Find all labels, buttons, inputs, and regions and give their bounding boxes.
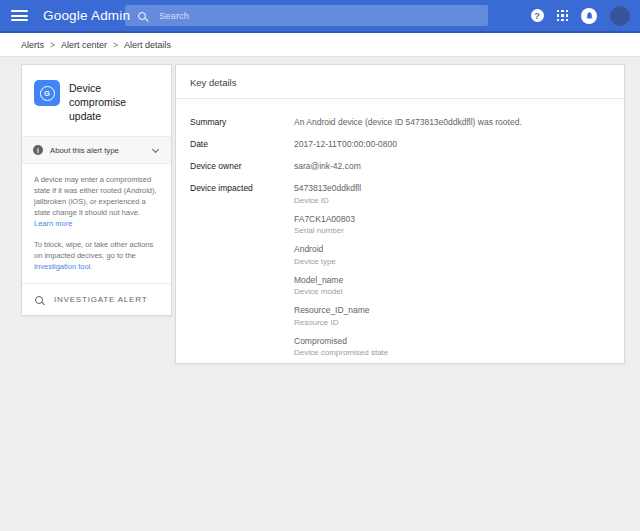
investigate-alert-button[interactable]: INVESTIGATE ALERT <box>22 283 171 315</box>
detail-row-device-impacted: Device impacted 5473813e0ddkdfll Device … <box>190 183 610 366</box>
about-alert-type-label: About this alert type <box>50 146 146 155</box>
breadcrumb-alert-details: Alert details <box>124 40 171 50</box>
avatar[interactable] <box>610 6 630 26</box>
device-attribute: Resource_ID_name Resource ID <box>294 305 610 327</box>
breadcrumb-separator: > <box>113 40 118 50</box>
alert-action-period: . <box>90 262 92 271</box>
detail-row-date: Date 2017-12-11T00:00:00-0800 <box>190 139 610 149</box>
search-input[interactable] <box>159 10 488 21</box>
device-attributes: 5473813e0ddkdfll Device ID FA7CK1A00803 … <box>294 183 610 366</box>
device-attribute: Android Device type <box>294 244 610 266</box>
search-icon <box>35 296 43 304</box>
key-details-title: Key details <box>176 65 624 99</box>
detail-sublabel: Device type <box>294 257 610 266</box>
detail-sublabel: Device model <box>294 287 610 296</box>
detail-sublabel: Device compromised state <box>294 348 610 357</box>
notifications-icon[interactable] <box>581 8 597 24</box>
header-actions: ? <box>531 0 631 31</box>
detail-value: FA7CK1A00803 <box>294 214 610 224</box>
detail-row-device-owner: Device owner sara@ink-42.com <box>190 161 610 171</box>
learn-more-link[interactable]: Learn more <box>34 219 72 228</box>
app-logo: Google Admin <box>43 8 130 23</box>
investigation-tool-link[interactable]: Investigation tool <box>34 262 90 271</box>
alert-summary-card: G Device compromise update i About this … <box>21 64 172 316</box>
device-attribute: Compromised Device compromised state <box>294 336 610 358</box>
alert-description: A device may enter a compromised state i… <box>34 174 159 229</box>
search-icon <box>138 12 146 20</box>
app-header: Google Admin ? <box>0 0 640 33</box>
alert-action-text: To block, wipe, or take other actions on… <box>34 240 153 260</box>
device-attribute: 5473813e0ddkdfll Device ID <box>294 183 610 205</box>
detail-row-summary: Summary An Android device (device ID 547… <box>190 117 610 127</box>
detail-value: 5473813e0ddkdfll <box>294 183 610 193</box>
bell-icon <box>585 11 594 20</box>
detail-label: Summary <box>190 117 294 127</box>
admin-console-page: Google Admin ? Alerts > Alert center > A… <box>0 0 640 531</box>
chevron-down-icon <box>152 145 159 152</box>
info-icon: i <box>33 145 43 155</box>
alert-type-icon: G <box>34 80 60 106</box>
apps-grid-icon[interactable] <box>557 10 569 22</box>
key-details-card: Key details Summary An Android device (d… <box>175 64 625 364</box>
help-icon[interactable]: ? <box>531 9 544 22</box>
breadcrumb-alert-center[interactable]: Alert center <box>61 40 107 50</box>
detail-value: Model_name <box>294 275 610 285</box>
device-attribute: Model_name Device model <box>294 275 610 297</box>
about-alert-type-toggle[interactable]: i About this alert type <box>22 136 171 164</box>
menu-icon[interactable] <box>11 8 28 24</box>
detail-value: Resource_ID_name <box>294 305 610 315</box>
detail-sublabel: Resource ID <box>294 318 610 327</box>
detail-value: 2017-12-11T00:00:00-0800 <box>294 139 397 149</box>
detail-value: An Android device (device ID 5473813e0dd… <box>294 117 522 127</box>
detail-value: Compromised <box>294 336 610 346</box>
detail-value: Android <box>294 244 610 254</box>
breadcrumb: Alerts > Alert center > Alert details <box>0 33 640 57</box>
breadcrumb-alerts[interactable]: Alerts <box>21 40 44 50</box>
alert-icon-letter: G <box>44 89 50 98</box>
alert-card-header: G Device compromise update <box>22 65 171 136</box>
detail-sublabel: Serial number <box>294 226 610 235</box>
content-area: G Device compromise update i About this … <box>0 58 640 531</box>
device-attribute: FA7CK1A00803 Serial number <box>294 214 610 236</box>
breadcrumb-separator: > <box>50 40 55 50</box>
detail-label: Date <box>190 139 294 149</box>
alert-description-section: A device may enter a compromised state i… <box>22 164 171 283</box>
detail-sublabel: Device ID <box>294 196 610 205</box>
investigate-alert-label: INVESTIGATE ALERT <box>54 295 147 304</box>
key-details-body: Summary An Android device (device ID 547… <box>176 99 624 366</box>
alert-title: Device compromise update <box>69 80 159 123</box>
alert-action-hint: To block, wipe, or take other actions on… <box>34 239 159 272</box>
help-glyph: ? <box>534 11 540 21</box>
search-bar[interactable] <box>125 5 488 26</box>
detail-value: sara@ink-42.com <box>294 161 361 171</box>
detail-label: Device impacted <box>190 183 294 366</box>
detail-label: Device owner <box>190 161 294 171</box>
alert-description-text: A device may enter a compromised state i… <box>34 175 157 217</box>
